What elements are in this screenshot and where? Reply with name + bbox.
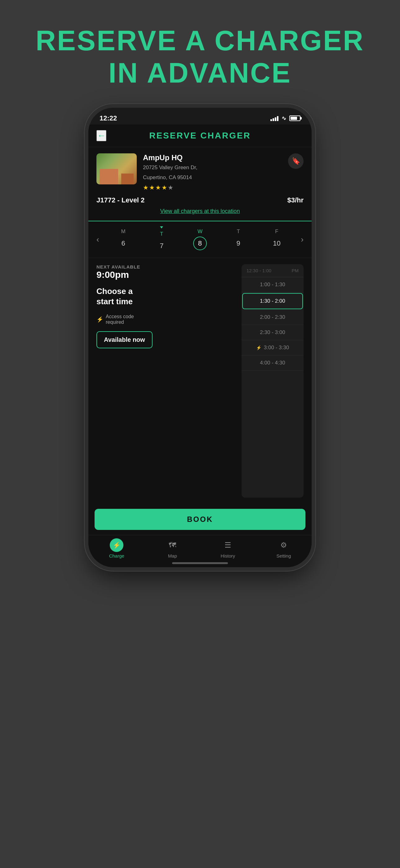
headline-line2: IN ADVANCE xyxy=(108,57,292,89)
access-code-text: Access coderequired xyxy=(106,314,134,325)
nav-setting-label: Setting xyxy=(276,553,291,558)
day-mon[interactable]: M 6 xyxy=(116,228,130,250)
day-wed-name: W xyxy=(198,228,202,235)
day-fri[interactable]: F 10 xyxy=(270,228,284,250)
header-title: RESERVE CHARGER xyxy=(149,131,251,141)
wifi-icon: ∿ xyxy=(281,115,286,122)
day-indicator xyxy=(160,226,163,228)
nav-item-setting[interactable]: ⚙ Setting xyxy=(276,538,291,558)
signal-icon xyxy=(270,116,278,121)
choose-start-label: Choose astart time xyxy=(96,286,235,307)
available-now-button[interactable]: Available now xyxy=(96,331,153,348)
location-card: AmpUp HQ 20725 Valley Green Dr, Cupertin… xyxy=(88,147,312,221)
nav-item-map[interactable]: 🗺 Map xyxy=(166,538,179,558)
location-image xyxy=(96,153,137,184)
battery-icon xyxy=(289,116,300,121)
calendar-prev[interactable]: ‹ xyxy=(92,231,104,247)
charger-type: J1772 - Level 2 xyxy=(96,196,144,204)
nav-charge-label: Charge xyxy=(109,553,124,558)
day-fri-name: F xyxy=(275,228,278,235)
location-name: AmpUp HQ xyxy=(143,153,282,162)
page-headline: RESERVE A CHARGER IN ADVANCE xyxy=(36,25,364,89)
nav-history-label: History xyxy=(221,553,235,558)
status-time: 12:22 xyxy=(100,114,117,122)
time-left: NEXT AVAILABLE 9:00pm Choose astart time… xyxy=(96,264,235,498)
home-indicator xyxy=(172,562,228,564)
slot-header-ampm: PM xyxy=(292,268,299,273)
access-code-row: ⚡ Access coderequired xyxy=(96,314,235,325)
charger-price: $3/hr xyxy=(287,196,304,204)
book-btn-container: BOOK xyxy=(88,504,312,535)
time-slot-4-00[interactable]: 4:00 - 4:30 xyxy=(241,355,304,371)
phone-shell: 12:22 ∿ ← RESERVE CHARGER A xyxy=(88,108,312,567)
time-slot-1-30[interactable]: 1:30 - 2:00 xyxy=(242,293,303,309)
day-tue-name: T xyxy=(160,231,163,237)
day-thu[interactable]: T 9 xyxy=(232,228,245,250)
slot-lightning-icon: ⚡ xyxy=(256,345,261,350)
time-slot-2-00[interactable]: 2:00 - 2:30 xyxy=(241,310,304,325)
day-thu-num: 9 xyxy=(232,237,245,250)
nav-setting-icon-wrap: ⚙ xyxy=(277,538,291,552)
location-info: AmpUp HQ 20725 Valley Green Dr, Cupertin… xyxy=(143,153,282,191)
slot-header: 12:30 - 1:00 PM xyxy=(241,264,304,277)
nav-charge-icon-circle: ⚡ xyxy=(110,538,124,552)
charge-icon: ⚡ xyxy=(113,541,121,549)
bookmark-icon: 🔖 xyxy=(292,157,300,165)
nav-charge-icon-wrap: ⚡ xyxy=(110,538,124,552)
day-mon-name: M xyxy=(121,228,125,235)
nav-item-charge[interactable]: ⚡ Charge xyxy=(109,538,124,558)
calendar-next[interactable]: › xyxy=(296,231,308,247)
nav-item-history[interactable]: ☰ History xyxy=(221,538,235,558)
days-row: M 6 T 7 W 8 T 9 xyxy=(104,226,296,253)
calendar-nav: ‹ M 6 T 7 W 8 T xyxy=(92,226,308,253)
headline-line1: RESERVE A CHARGER xyxy=(36,25,364,56)
day-tue[interactable]: T 7 xyxy=(155,226,168,253)
lightning-icon-small: ⚡ xyxy=(96,316,103,323)
setting-icon: ⚙ xyxy=(280,541,287,550)
time-slot-1-00[interactable]: 1:00 - 1:30 xyxy=(241,277,304,292)
day-wed-num: 8 xyxy=(193,237,207,250)
time-slot-3-00[interactable]: ⚡ 3:00 - 3:30 xyxy=(241,340,304,355)
time-slot-2-30[interactable]: 2:30 - 3:00 xyxy=(241,325,304,340)
map-icon: 🗺 xyxy=(169,541,176,550)
nav-map-icon-wrap: 🗺 xyxy=(166,538,179,552)
next-available-time: 9:00pm xyxy=(96,270,235,280)
day-fri-num: 10 xyxy=(270,237,284,250)
day-thu-name: T xyxy=(237,228,240,235)
app-header: ← RESERVE CHARGER xyxy=(88,124,312,147)
history-icon: ☰ xyxy=(225,541,231,550)
status-right: ∿ xyxy=(270,115,300,122)
location-address-line2: Cupertino, CA 95014 xyxy=(143,174,282,181)
charger-info-row: J1772 - Level 2 $3/hr xyxy=(96,196,304,204)
time-section: NEXT AVAILABLE 9:00pm Choose astart time… xyxy=(88,258,312,504)
bottom-nav: ⚡ Charge 🗺 Map ☰ History ⚙ xyxy=(88,535,312,560)
time-slots-panel: 12:30 - 1:00 PM 1:00 - 1:30 1:30 - 2:00 … xyxy=(241,264,304,498)
location-stars: ★★★★★ xyxy=(143,184,282,191)
location-address-line1: 20725 Valley Green Dr, xyxy=(143,164,282,172)
slot-header-time: 12:30 - 1:00 xyxy=(246,268,271,273)
bookmark-button[interactable]: 🔖 xyxy=(288,153,304,169)
screen: ← RESERVE CHARGER AmpUp HQ 20725 Valley … xyxy=(88,124,312,567)
next-available-label: NEXT AVAILABLE xyxy=(96,264,235,270)
phone-notch xyxy=(166,108,234,120)
nav-history-icon-wrap: ☰ xyxy=(221,538,235,552)
view-all-link[interactable]: View all chargers at this location xyxy=(96,208,304,215)
day-wed[interactable]: W 8 xyxy=(193,228,207,250)
nav-map-label: Map xyxy=(168,553,177,558)
day-mon-num: 6 xyxy=(116,237,130,250)
book-button[interactable]: BOOK xyxy=(95,509,305,530)
back-button[interactable]: ← xyxy=(96,130,106,141)
day-tue-num: 7 xyxy=(155,239,168,253)
calendar-section: ‹ M 6 T 7 W 8 T xyxy=(88,221,312,258)
